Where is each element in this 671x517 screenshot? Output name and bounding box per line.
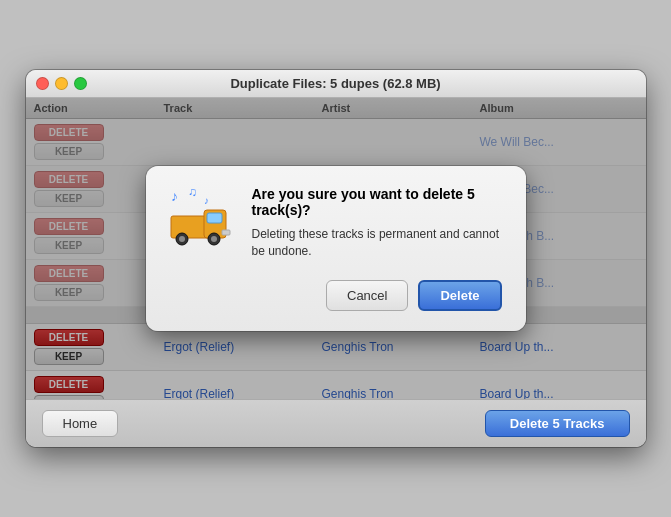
traffic-lights xyxy=(36,77,87,90)
maximize-button[interactable] xyxy=(74,77,87,90)
svg-point-7 xyxy=(179,236,185,242)
delete-tracks-button[interactable]: Delete 5 Tracks xyxy=(485,410,630,437)
main-content: Action Track Artist Album DELETE KEEP We… xyxy=(26,98,646,399)
modal-title: Are you sure you want to delete 5 track(… xyxy=(252,186,502,218)
titlebar: Duplicate Files: 5 dupes (62.8 MB) xyxy=(26,70,646,98)
svg-text:♫: ♫ xyxy=(188,186,197,199)
svg-text:♪: ♪ xyxy=(171,188,178,204)
svg-text:♪: ♪ xyxy=(204,195,209,206)
modal-delete-button[interactable]: Delete xyxy=(418,280,501,311)
confirm-dialog: ♪ ♫ ♪ xyxy=(146,166,526,331)
minimize-button[interactable] xyxy=(55,77,68,90)
svg-rect-5 xyxy=(207,213,222,223)
window-title: Duplicate Files: 5 dupes (62.8 MB) xyxy=(230,76,440,91)
footer: Home Delete 5 Tracks xyxy=(26,399,646,447)
modal-message: Deleting these tracks is permanent and c… xyxy=(252,226,502,260)
modal-buttons: Cancel Delete xyxy=(166,280,502,311)
modal-text-area: Are you sure you want to delete 5 track(… xyxy=(252,186,502,260)
close-button[interactable] xyxy=(36,77,49,90)
cancel-button[interactable]: Cancel xyxy=(326,280,408,311)
truck-icon: ♪ ♫ ♪ xyxy=(166,186,236,256)
home-button[interactable]: Home xyxy=(42,410,119,437)
main-window: Duplicate Files: 5 dupes (62.8 MB) Actio… xyxy=(26,70,646,447)
modal-overlay: ♪ ♫ ♪ xyxy=(26,98,646,399)
svg-point-9 xyxy=(211,236,217,242)
modal-body: ♪ ♫ ♪ xyxy=(166,186,502,260)
svg-rect-10 xyxy=(222,230,230,235)
